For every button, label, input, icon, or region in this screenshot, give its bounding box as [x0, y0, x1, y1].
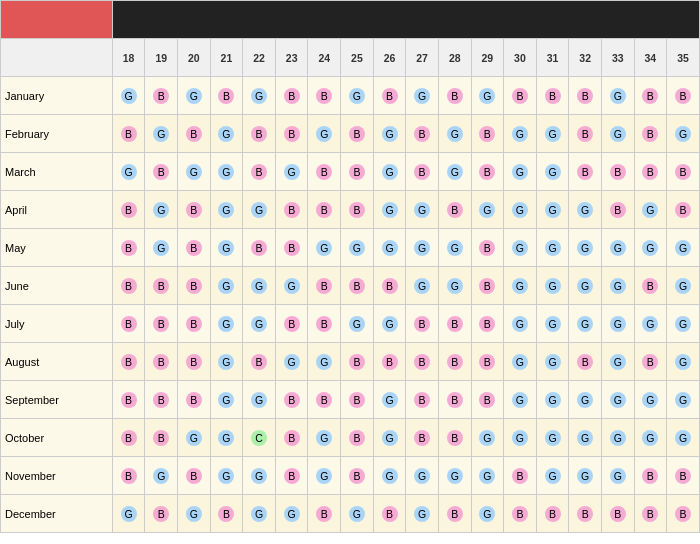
cell-february-15: G: [601, 115, 634, 153]
month-row-october: OctoberBBGGCBGBGBBGGGGGGG: [1, 419, 700, 457]
cell-march-11: B: [471, 153, 504, 191]
cell-june-0: B: [112, 267, 145, 305]
col-header-18: 18: [112, 39, 145, 77]
cell-july-3: G: [210, 305, 243, 343]
cell-november-13: G: [536, 457, 569, 495]
cell-july-5: B: [275, 305, 308, 343]
cell-january-1: B: [145, 77, 178, 115]
cell-july-0: B: [112, 305, 145, 343]
cell-december-5: G: [275, 495, 308, 533]
cell-october-3: G: [210, 419, 243, 457]
cell-april-5: B: [275, 191, 308, 229]
month-row-november: NovemberBGBGGBGBGGGGBGGGBB: [1, 457, 700, 495]
cell-december-9: G: [406, 495, 439, 533]
cell-november-9: G: [406, 457, 439, 495]
cell-august-12: G: [504, 343, 537, 381]
cell-june-17: G: [667, 267, 700, 305]
cell-february-5: B: [275, 115, 308, 153]
cell-january-12: B: [504, 77, 537, 115]
cell-september-2: B: [178, 381, 211, 419]
cell-september-7: B: [341, 381, 374, 419]
col-header-28: 28: [438, 39, 471, 77]
cell-march-2: G: [178, 153, 211, 191]
cell-march-6: B: [308, 153, 341, 191]
cell-february-9: B: [406, 115, 439, 153]
cell-july-9: B: [406, 305, 439, 343]
cell-june-10: G: [438, 267, 471, 305]
cell-july-4: G: [243, 305, 276, 343]
cell-february-7: B: [341, 115, 374, 153]
top-header-left: [1, 1, 113, 39]
cell-october-15: G: [601, 419, 634, 457]
cell-october-0: B: [112, 419, 145, 457]
cell-december-4: G: [243, 495, 276, 533]
cell-may-7: G: [341, 229, 374, 267]
cell-october-11: G: [471, 419, 504, 457]
cell-december-3: B: [210, 495, 243, 533]
cell-april-6: B: [308, 191, 341, 229]
cell-march-3: G: [210, 153, 243, 191]
cell-september-16: G: [634, 381, 667, 419]
cell-april-10: B: [438, 191, 471, 229]
month-label-january: January: [1, 77, 113, 115]
cell-march-14: B: [569, 153, 602, 191]
cell-september-4: G: [243, 381, 276, 419]
cell-november-15: G: [601, 457, 634, 495]
cell-january-2: G: [178, 77, 211, 115]
cell-december-16: B: [634, 495, 667, 533]
cell-august-4: B: [243, 343, 276, 381]
month-row-june: JuneBBBGGGBBBGGBGGGGBG: [1, 267, 700, 305]
cell-february-0: B: [112, 115, 145, 153]
col-number-row: 181920212223242526272829303132333435: [1, 39, 700, 77]
cell-december-15: B: [601, 495, 634, 533]
cell-june-6: B: [308, 267, 341, 305]
cell-april-14: G: [569, 191, 602, 229]
month-label-may: May: [1, 229, 113, 267]
cell-december-7: G: [341, 495, 374, 533]
col-header-32: 32: [569, 39, 602, 77]
cell-august-13: G: [536, 343, 569, 381]
cell-september-14: G: [569, 381, 602, 419]
month-label-april: April: [1, 191, 113, 229]
col-header-21: 21: [210, 39, 243, 77]
month-row-august: AugustBBBGBGGBBBBBGGBGBG: [1, 343, 700, 381]
cell-may-5: B: [275, 229, 308, 267]
col-header-24: 24: [308, 39, 341, 77]
cell-august-1: B: [145, 343, 178, 381]
cell-july-6: B: [308, 305, 341, 343]
cell-june-9: G: [406, 267, 439, 305]
cell-november-1: G: [145, 457, 178, 495]
cell-may-6: G: [308, 229, 341, 267]
cell-august-8: B: [373, 343, 406, 381]
cell-january-4: G: [243, 77, 276, 115]
cell-march-4: B: [243, 153, 276, 191]
cell-february-14: B: [569, 115, 602, 153]
cell-december-6: B: [308, 495, 341, 533]
cell-november-4: G: [243, 457, 276, 495]
cell-may-17: G: [667, 229, 700, 267]
cell-march-10: G: [438, 153, 471, 191]
cell-august-6: G: [308, 343, 341, 381]
col-header-22: 22: [243, 39, 276, 77]
cell-june-5: G: [275, 267, 308, 305]
cell-march-7: B: [341, 153, 374, 191]
col-header-34: 34: [634, 39, 667, 77]
cell-january-0: G: [112, 77, 145, 115]
cell-november-3: G: [210, 457, 243, 495]
cell-august-16: B: [634, 343, 667, 381]
cell-april-11: G: [471, 191, 504, 229]
cell-january-11: G: [471, 77, 504, 115]
cell-april-13: G: [536, 191, 569, 229]
cell-april-12: G: [504, 191, 537, 229]
cell-june-7: B: [341, 267, 374, 305]
col-header-23: 23: [275, 39, 308, 77]
cell-september-0: B: [112, 381, 145, 419]
cell-january-16: B: [634, 77, 667, 115]
cell-october-4: C: [243, 419, 276, 457]
cell-april-17: B: [667, 191, 700, 229]
cell-may-4: B: [243, 229, 276, 267]
cell-october-17: G: [667, 419, 700, 457]
cell-december-13: B: [536, 495, 569, 533]
cell-may-14: G: [569, 229, 602, 267]
cell-may-15: G: [601, 229, 634, 267]
